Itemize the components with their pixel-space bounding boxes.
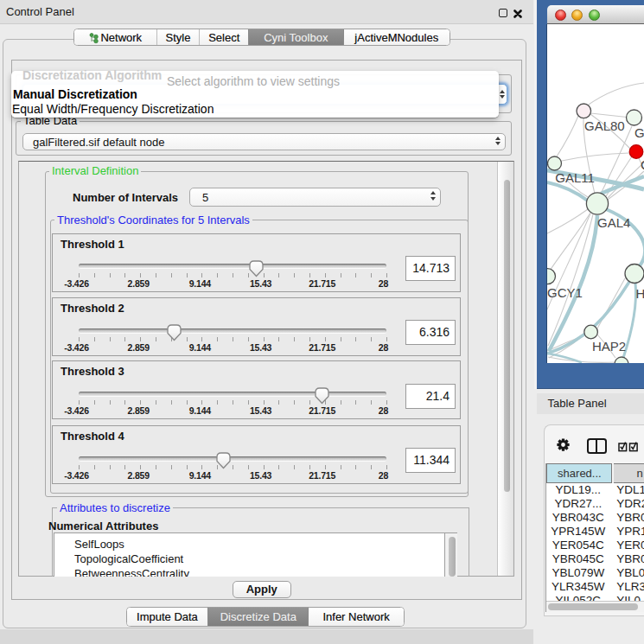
svg-text:GCY1: GCY1 [547,285,583,300]
svg-text:GA: GA [634,125,644,140]
svg-text:H: H [636,286,644,301]
svg-text:GAL4: GAL4 [597,215,630,230]
svg-text:GAL80: GAL80 [584,118,625,133]
svg-text:GAL11: GAL11 [555,170,595,185]
svg-text:C: C [641,157,644,172]
svg-text:HAP2: HAP2 [592,339,626,354]
